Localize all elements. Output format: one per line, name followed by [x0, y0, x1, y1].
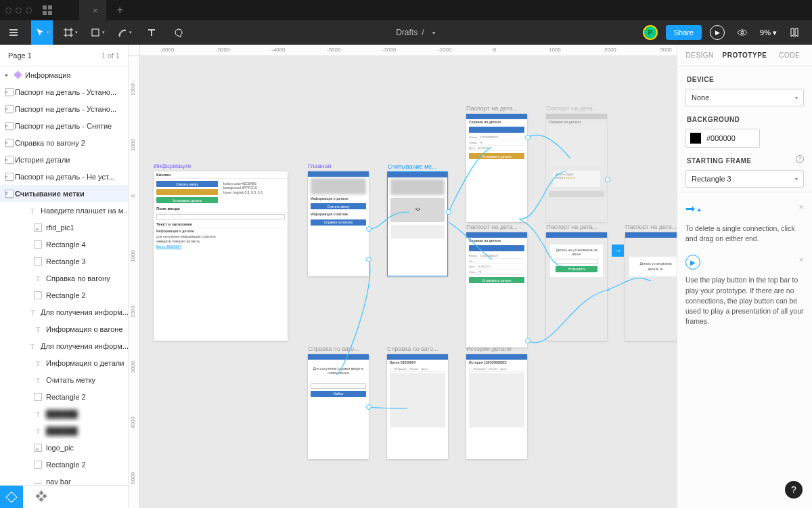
layer-row[interactable]: TИнформация о вагоне: [0, 320, 128, 337]
frame-icon: [5, 139, 14, 147]
layer-row[interactable]: rfid_pic1: [0, 219, 128, 236]
new-tab-button[interactable]: +: [112, 4, 129, 16]
tab-code[interactable]: CODE: [767, 45, 812, 66]
device-select[interactable]: None▾: [685, 89, 804, 106]
rect-icon: [34, 240, 42, 249]
layer-label: Для получения информ...: [41, 342, 128, 350]
layers-tab-icon[interactable]: [0, 486, 23, 509]
pen-tool-icon[interactable]: ▾: [115, 23, 134, 42]
os-tab-active[interactable]: ×: [79, 0, 106, 20]
max-dot-icon[interactable]: [26, 7, 32, 14]
text-tool-icon[interactable]: [142, 23, 161, 42]
layer-row[interactable]: ▾Считывание метки: [0, 185, 128, 202]
assets-tab-icon[interactable]: [30, 486, 53, 509]
layer-row[interactable]: T██████: [0, 405, 128, 422]
text-icon: T: [28, 308, 37, 316]
layer-row[interactable]: ▸Паспорт на деталь - Не уст...: [0, 168, 128, 185]
layer-row[interactable]: TСправка по вагону: [0, 270, 128, 287]
app-grid-icon[interactable]: [43, 5, 52, 15]
frame-main[interactable]: Главная Информация о детали Считать метк…: [308, 171, 369, 276]
layer-label: Rectangle 2: [46, 393, 86, 401]
close-dot-icon[interactable]: [5, 7, 12, 14]
text-icon: T: [34, 427, 42, 435]
frame-wagon-2[interactable]: Справка по ваго... Вагон 59220004 #Опера…: [387, 354, 448, 459]
comment-tool-icon[interactable]: [169, 23, 188, 42]
layer-row[interactable]: TНаведите планшет на м...: [0, 202, 128, 219]
frame-wagon-1[interactable]: Справка по ваго... Для получения справки…: [308, 354, 369, 459]
view-icon[interactable]: [733, 23, 752, 42]
layer-row[interactable]: Rectangle 3: [0, 253, 128, 270]
frame-passport-1b[interactable]: Паспорт на дета... Справка по детали Дет…: [546, 114, 607, 222]
move-tool-icon[interactable]: ▾: [31, 20, 53, 45]
canvas[interactable]: -6000-5000-4000-3000-2000-10000100020003…: [129, 45, 677, 508]
info-icon[interactable]: ?: [796, 155, 804, 163]
layer-row[interactable]: ▸Паспорт на деталь - Устано...: [0, 100, 128, 117]
svg-rect-0: [92, 29, 99, 36]
frame-info[interactable]: Информация Кнопки Считать метку Установи…: [154, 171, 288, 341]
layer-row[interactable]: TИнформация о детали: [0, 354, 128, 371]
layer-row[interactable]: Rectangle 2: [0, 456, 128, 473]
layer-row[interactable]: nav bar: [0, 473, 128, 485]
breadcrumb-root[interactable]: Drafts: [396, 28, 418, 37]
layer-row[interactable]: Rectangle 4: [0, 236, 128, 253]
min-dot-icon[interactable]: [16, 7, 22, 14]
layer-row[interactable]: ▸Информация: [0, 66, 128, 83]
layer-row[interactable]: T██████: [0, 422, 128, 439]
menu-icon[interactable]: [4, 23, 23, 42]
layer-label: Информация о вагоне: [46, 325, 123, 333]
layer-row[interactable]: logo_pic: [0, 439, 128, 456]
frame-history[interactable]: История детали История 150100000025 #Опе…: [466, 354, 527, 459]
breadcrumb[interactable]: Drafts/ ▾: [188, 28, 643, 37]
frame-scan[interactable]: Считывание ме... ⌔: [387, 171, 448, 276]
starting-frame-label: STARTING FRAME: [677, 148, 761, 170]
layer-row[interactable]: ▸Справка по вагону 2: [0, 134, 128, 151]
pages-header[interactable]: Page 1 1 of 1: [0, 45, 128, 66]
starting-frame-select[interactable]: Rectangle 3▾: [685, 170, 804, 188]
tab-prototype[interactable]: PROTOTYPE: [722, 45, 767, 66]
dismiss-tip-icon[interactable]: ×: [798, 202, 804, 212]
connection-node[interactable]: [605, 177, 610, 182]
chevron-down-icon: ▾: [795, 95, 798, 101]
svg-point-1: [741, 31, 744, 34]
share-button[interactable]: Share: [666, 25, 702, 40]
background-color-input[interactable]: #000000: [685, 129, 760, 148]
text-icon: T: [34, 376, 42, 384]
layer-row[interactable]: TДля получения информ...: [0, 337, 128, 354]
zoom-select[interactable]: 9%▾: [760, 28, 777, 37]
connection-node[interactable]: [525, 338, 531, 343]
layer-row[interactable]: TДля получения информ...: [0, 303, 128, 320]
line-icon: [34, 483, 42, 484]
tab-design[interactable]: DESIGN: [677, 45, 722, 66]
layer-row[interactable]: Rectangle 2: [0, 287, 128, 303]
connection-node[interactable]: [366, 257, 371, 262]
help-button[interactable]: ?: [785, 481, 803, 499]
frame-tool-icon[interactable]: ▾: [61, 23, 80, 42]
chevron-down-icon[interactable]: ▾: [432, 30, 435, 36]
close-tab-icon[interactable]: ×: [93, 5, 98, 16]
frame-passport-3[interactable]: Паспорт на дета... Деталь не установлена…: [546, 232, 607, 341]
layer-row[interactable]: ▸Паспорт на деталь - Снятие: [0, 117, 128, 134]
connection-node[interactable]: [525, 135, 531, 140]
connection-node[interactable]: [366, 404, 371, 410]
connection-node[interactable]: [366, 226, 371, 232]
bookmark-icon[interactable]: [785, 23, 804, 42]
os-tab[interactable]: [58, 0, 74, 20]
layer-row[interactable]: ▸Паспорт на деталь - Устано...: [0, 83, 128, 100]
text-icon: T: [34, 410, 42, 418]
frame-passport-4[interactable]: Паспорт на дета... Деталь установлена де…: [625, 232, 677, 341]
layer-row[interactable]: TСчитать метку: [0, 371, 128, 388]
frame-passport-2[interactable]: Паспорт на дета... Справка по детали Ном…: [466, 232, 527, 347]
connection-node[interactable]: [446, 209, 451, 215]
layer-row[interactable]: ▸История детали: [0, 151, 128, 168]
frame-passport-1[interactable]: Паспорт на дета... Справка по детали Ном…: [466, 114, 527, 222]
comp-icon: [14, 70, 22, 79]
layer-row[interactable]: Rectangle 2: [0, 388, 128, 405]
dismiss-tip-icon[interactable]: ×: [798, 255, 804, 265]
color-swatch[interactable]: [690, 133, 701, 144]
prototype-arrow-icon[interactable]: →: [612, 245, 624, 257]
play-icon[interactable]: ▶: [710, 25, 725, 40]
shape-tool-icon[interactable]: ▾: [88, 23, 107, 42]
avatar[interactable]: P: [643, 25, 658, 40]
chevron-down-icon[interactable]: ▾: [47, 30, 49, 35]
layer-label: Для получения информ...: [41, 308, 128, 316]
